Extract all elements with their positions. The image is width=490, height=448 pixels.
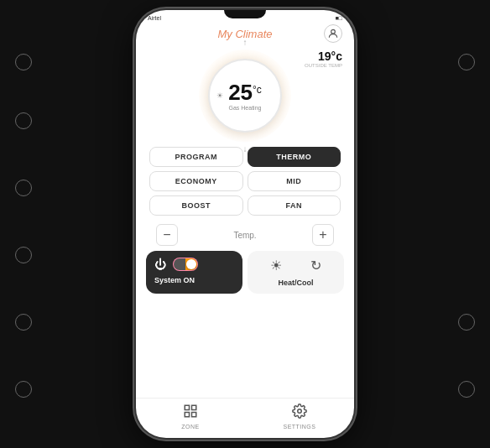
mode-btn-boost[interactable]: BOOST (149, 195, 243, 216)
mode-grid: PROGRAM THERMO ECONOMY MID BOOST FAN (136, 147, 354, 221)
nav-zone[interactable]: ZONE (136, 404, 245, 430)
thermostat-mode: Gas Heating (229, 105, 262, 111)
mode-btn-economy[interactable]: ECONOMY (149, 171, 243, 191)
heat-cool-card[interactable]: ☀ ↻ Heat/Cool (248, 251, 344, 294)
indicator-6 (15, 381, 32, 398)
mode-btn-thermo[interactable]: THERMO (248, 147, 341, 167)
bottom-controls: ⏻ System ON ☀ ↻ Heat/Cool (136, 251, 354, 299)
toggle-knob (186, 259, 196, 269)
system-label: System ON (154, 276, 234, 284)
outside-temp-block: 19°c OUTSIDE TEMP (305, 49, 342, 68)
temp-plus-button[interactable]: + (312, 224, 334, 246)
temp-control: − Temp. + (136, 221, 354, 251)
toggle-track (174, 258, 197, 270)
mode-btn-program[interactable]: PROGRAM (149, 147, 243, 167)
outside-temp-label: OUTSIDE TEMP (305, 63, 342, 68)
sun-icon: ☀ (270, 258, 282, 273)
arrow-down-icon: ↓ (243, 144, 248, 154)
heat-cool-label: Heat/Cool (256, 279, 336, 287)
svg-rect-1 (185, 405, 189, 409)
nav-bar: ZONE SETTINGS (136, 398, 354, 438)
thermostat-temp: 25°c (228, 81, 262, 103)
zone-icon (183, 404, 198, 422)
thermostat-circle: ☀ 25°c Gas Heating (208, 59, 282, 133)
indicator-3 (15, 180, 32, 196)
nav-settings[interactable]: SETTINGS (245, 404, 354, 430)
indicator-7 (458, 54, 475, 70)
indicator-2 (15, 112, 32, 129)
indicator-4 (15, 247, 32, 263)
svg-rect-4 (192, 413, 196, 417)
system-toggle[interactable] (173, 258, 198, 271)
settings-label: SETTINGS (283, 424, 315, 430)
system-card-top: ⏻ (154, 258, 234, 271)
indicator-5 (15, 314, 32, 331)
svg-point-5 (298, 409, 302, 414)
zone-label: ZONE (181, 424, 199, 430)
carrier-label: Airtel (148, 15, 161, 21)
thermostat-section: 19°c OUTSIDE TEMP ↑ ☀ 25°c Gas Heating ↓ (136, 46, 354, 147)
refresh-icon: ↻ (310, 258, 321, 273)
svg-point-0 (331, 29, 336, 34)
avatar[interactable] (324, 24, 342, 43)
arrow-up-icon: ↑ (243, 38, 248, 47)
temp-minus-button[interactable]: − (156, 224, 178, 246)
indicator-1 (15, 54, 32, 70)
power-icon: ⏻ (154, 258, 166, 271)
temp-label: Temp. (233, 231, 256, 240)
svg-rect-3 (185, 413, 189, 417)
svg-rect-2 (192, 405, 196, 409)
mode-btn-fan[interactable]: FAN (248, 195, 341, 216)
page-wrapper: Airtel ■□ My Climate 19°c OUTSIDE TEMP ↑ (0, 0, 490, 448)
thermostat-glow: ↑ ☀ 25°c Gas Heating ↓ (199, 49, 291, 142)
thermo-sun-icon: ☀ (216, 91, 223, 100)
indicator-9 (458, 381, 475, 398)
phone-frame: Airtel ■□ My Climate 19°c OUTSIDE TEMP ↑ (136, 10, 354, 438)
outside-temp-value: 19°c (305, 49, 342, 63)
settings-icon (292, 404, 307, 422)
notch (224, 10, 266, 18)
indicator-8 (458, 314, 475, 331)
system-card[interactable]: ⏻ System ON (146, 251, 242, 294)
heat-cool-icons: ☀ ↻ (256, 258, 336, 273)
battery-label: ■□ (336, 15, 342, 21)
mode-btn-mid[interactable]: MID (248, 171, 341, 191)
